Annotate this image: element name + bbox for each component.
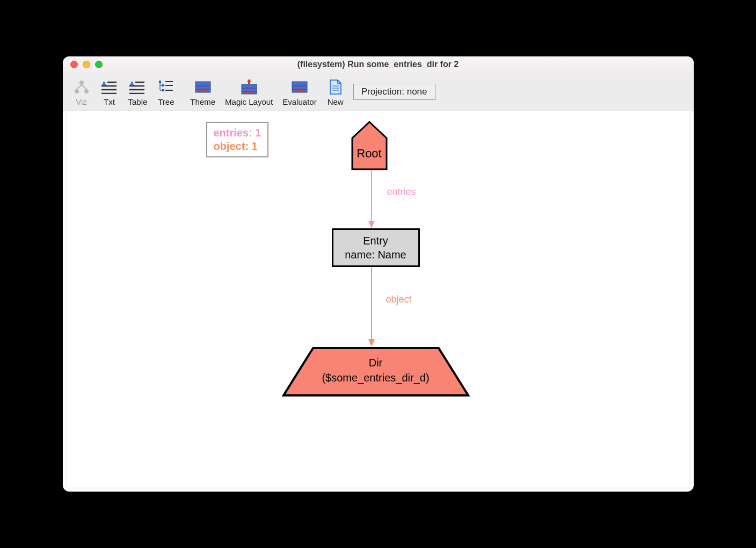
window-title: (filesystem) Run some_entries_dir for 2 bbox=[63, 60, 694, 69]
svg-marker-49 bbox=[368, 221, 375, 228]
viz-button[interactable]: Viz bbox=[72, 77, 91, 106]
tree-button[interactable]: Tree bbox=[157, 77, 175, 106]
node-dir-line2: ($some_entries_dir_d) bbox=[282, 370, 470, 385]
theme-icon bbox=[194, 79, 212, 95]
svg-rect-17 bbox=[162, 89, 164, 91]
svg-rect-31 bbox=[248, 82, 250, 84]
svg-marker-47 bbox=[352, 122, 387, 169]
table-label: Table bbox=[128, 97, 148, 106]
node-dir-line1: Dir bbox=[282, 355, 470, 370]
edge-object-label: object bbox=[386, 294, 412, 305]
legend-object: object: 1 bbox=[214, 140, 261, 153]
txt-button[interactable]: A Txt bbox=[100, 77, 119, 106]
maximize-button[interactable] bbox=[95, 61, 103, 68]
svg-point-29 bbox=[205, 90, 208, 92]
theme-label: Theme bbox=[190, 97, 215, 106]
new-button[interactable]: New bbox=[326, 77, 345, 106]
svg-point-37 bbox=[251, 91, 253, 93]
svg-point-1 bbox=[75, 89, 79, 93]
edge-entries bbox=[367, 170, 376, 229]
svg-point-41 bbox=[294, 90, 297, 92]
edge-object bbox=[367, 267, 376, 348]
svg-line-3 bbox=[77, 85, 82, 89]
magic-layout-icon bbox=[240, 79, 258, 95]
magic-layout-button[interactable]: Magic Layout bbox=[225, 77, 273, 106]
minimize-button[interactable] bbox=[83, 61, 90, 68]
svg-point-27 bbox=[198, 90, 200, 92]
diagram-canvas[interactable]: entries: 1 object: 1 Root entries Entry … bbox=[65, 111, 692, 489]
node-root[interactable]: Root bbox=[351, 121, 388, 170]
app-window: (filesystem) Run some_entries_dir for 2 … bbox=[63, 56, 694, 492]
tree-icon bbox=[157, 79, 175, 95]
new-icon bbox=[326, 79, 345, 95]
svg-text:A: A bbox=[101, 80, 107, 88]
svg-text:A: A bbox=[129, 80, 135, 88]
svg-point-28 bbox=[201, 90, 204, 92]
new-label: New bbox=[328, 97, 344, 106]
svg-point-42 bbox=[298, 90, 301, 92]
txt-icon: A bbox=[100, 79, 119, 95]
node-dir[interactable]: Dir ($some_entries_dir_d) bbox=[282, 347, 470, 397]
svg-point-0 bbox=[79, 81, 84, 85]
legend-box: entries: 1 object: 1 bbox=[206, 122, 269, 157]
theme-button[interactable]: Theme bbox=[190, 77, 215, 106]
tree-label: Tree bbox=[158, 97, 174, 106]
node-entry-line2: name: Name bbox=[345, 248, 406, 262]
magic-layout-label: Magic Layout bbox=[225, 97, 273, 106]
svg-point-36 bbox=[248, 91, 250, 93]
svg-rect-16 bbox=[162, 84, 164, 86]
svg-point-43 bbox=[302, 90, 304, 92]
traffic-lights bbox=[63, 61, 103, 68]
edge-entries-label: entries bbox=[387, 186, 416, 198]
svg-line-4 bbox=[82, 85, 86, 89]
svg-marker-51 bbox=[368, 339, 375, 347]
svg-point-35 bbox=[244, 91, 246, 93]
svg-marker-30 bbox=[247, 79, 251, 82]
evaluator-label: Evaluator bbox=[282, 97, 316, 106]
viz-label: Viz bbox=[76, 97, 87, 106]
node-entry-line1: Entry bbox=[363, 234, 388, 248]
node-root-label: Root bbox=[351, 147, 388, 161]
node-entry[interactable]: Entry name: Name bbox=[332, 228, 420, 267]
svg-rect-15 bbox=[159, 81, 161, 83]
txt-label: Txt bbox=[104, 97, 115, 106]
table-button[interactable]: A Table bbox=[128, 77, 148, 106]
table-icon: A bbox=[128, 79, 147, 95]
legend-entries: entries: 1 bbox=[214, 126, 261, 140]
viz-icon bbox=[72, 79, 91, 95]
evaluator-button[interactable]: Evaluator bbox=[282, 77, 316, 106]
toolbar: Viz A Txt A bbox=[63, 73, 694, 111]
svg-point-2 bbox=[84, 89, 89, 93]
projection-selector[interactable]: Projection: none bbox=[353, 84, 435, 100]
titlebar: (filesystem) Run some_entries_dir for 2 bbox=[63, 56, 694, 73]
close-button[interactable] bbox=[70, 61, 78, 68]
evaluator-icon bbox=[290, 79, 309, 95]
